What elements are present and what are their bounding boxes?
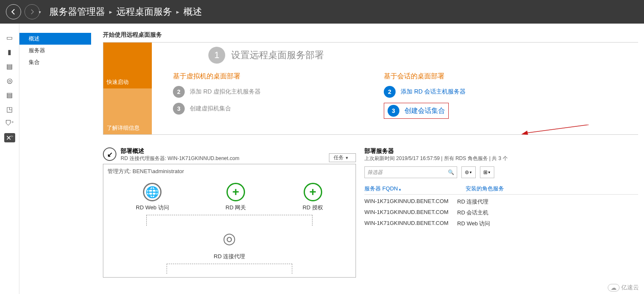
- big-step: 1 设置远程桌面服务部署: [173, 47, 638, 64]
- node-rd-web[interactable]: 🌐 RD Web 访问: [136, 183, 169, 211]
- plus-icon: +: [304, 183, 322, 201]
- node-label: RD Web 访问: [136, 204, 169, 211]
- breadcrumb-section[interactable]: 远程桌面服务: [116, 5, 172, 18]
- iis-icon[interactable]: ◳: [4, 104, 15, 114]
- step-number-icon: 2: [173, 86, 185, 98]
- dashboard-icon[interactable]: ▭: [4, 33, 15, 42]
- title-bar: ▾ 服务器管理器 ▸ 远程桌面服务 ▸ 概述: [0, 0, 644, 24]
- step-number-icon: 2: [384, 86, 396, 98]
- connector-line: [146, 215, 313, 226]
- all-servers-icon[interactable]: ▤: [4, 61, 15, 71]
- node-label: RD 授权: [302, 204, 323, 211]
- main-content: 开始使用远程桌面服务 快速启动 了解详细信息 1 设置远程桌面服务部署 基于虚拟…: [91, 24, 644, 294]
- table-row[interactable]: WIN-1K71GKINNUD.BENET.COM RD Web 访问: [364, 220, 638, 227]
- step-number-icon: 3: [173, 103, 185, 115]
- connector-line: [167, 264, 292, 274]
- panel-subtitle: RD 连接代理服务器: WIN-1K71GKINNUD.benet.com: [121, 155, 239, 162]
- step-number-icon: 3: [388, 105, 399, 117]
- chevron-right-icon: ▸: [176, 8, 179, 15]
- chevron-right-icon: ▸: [109, 8, 112, 15]
- col-fqdn[interactable]: 服务器 FQDN: [364, 185, 440, 192]
- node-rd-licensing[interactable]: + RD 授权: [302, 183, 323, 211]
- quickstart-hero: 快速启动 了解详细信息 1 设置远程桌面服务部署 基于虚拟机的桌面部署 2 添加…: [103, 42, 638, 135]
- local-server-icon[interactable]: ▮: [4, 47, 15, 56]
- step-label: 添加 RD 虚拟化主机服务器: [190, 88, 261, 96]
- step-label[interactable]: 添加 RD 会话主机服务器: [401, 88, 466, 96]
- step-add-session-host[interactable]: 2 添加 RD 会话主机服务器: [384, 86, 578, 98]
- annotation-arrow-icon: [521, 125, 589, 137]
- session-desktop-column: 基于会话的桌面部署 2 添加 RD 会话主机服务器 3 创建会话集合: [384, 72, 578, 120]
- table-header: 服务器 FQDN 安装的角色服务: [364, 185, 638, 195]
- step-create-vm-collection: 3 创建虚拟机集合: [173, 103, 367, 115]
- sidebar-item-overview[interactable]: 概述: [19, 33, 91, 45]
- cloud-icon: ☁: [608, 284, 620, 291]
- managed-by-label: 管理方式: BENET\administrator: [108, 168, 351, 175]
- panel-title: 部署服务器: [364, 147, 638, 155]
- tile-learn-more[interactable]: 了解详细信息: [103, 88, 152, 134]
- tile-quickstart[interactable]: 快速启动: [103, 43, 152, 88]
- table-row[interactable]: WIN-1K71GKINNUD.BENET.COM RD 连接代理: [364, 198, 638, 206]
- node-rd-gateway[interactable]: + RD 网关: [226, 183, 246, 211]
- deployment-diagram: 管理方式: BENET\administrator 🌐 RD Web 访问 + …: [103, 164, 356, 278]
- nav-history-dropdown-icon[interactable]: ▾: [39, 10, 41, 14]
- step-create-session-collection[interactable]: 3 创建会话集合: [384, 103, 449, 119]
- breadcrumb: 服务器管理器 ▸ 远程桌面服务 ▸ 概述: [49, 5, 202, 18]
- step-label[interactable]: 创建会话集合: [404, 107, 445, 115]
- step-label: 创建虚拟机集合: [190, 105, 231, 112]
- broker-icon: ◎: [218, 227, 241, 250]
- node-label: RD 网关: [226, 204, 246, 211]
- step-number-1: 1: [208, 47, 225, 64]
- sidebar-item-servers[interactable]: 服务器: [19, 45, 91, 56]
- nav-back-button[interactable]: [6, 4, 21, 19]
- hero-tiles: 快速启动 了解详细信息: [103, 43, 152, 134]
- svg-line-0: [525, 125, 589, 133]
- sidebar-item-collections[interactable]: 集合: [19, 56, 91, 68]
- svg-marker-1: [521, 131, 528, 135]
- node-rd-connection-broker[interactable]: ◎ RD 连接代理: [214, 227, 245, 260]
- view-options-button[interactable]: ⊜ ▼: [461, 166, 476, 178]
- deployment-servers-panel: 部署服务器 上次刷新时间 2019/5/17 16:57:59 | 所有 RDS…: [364, 147, 638, 278]
- panel-title: 部署概述: [121, 147, 239, 155]
- step-add-vm-host: 2 添加 RD 虚拟化主机服务器: [173, 86, 367, 98]
- file-services-icon[interactable]: ▤: [4, 90, 15, 99]
- save-view-button[interactable]: ⊞ ▼: [480, 166, 494, 178]
- watermark-text: 亿速云: [621, 284, 639, 291]
- sidebar: 概述 服务器 集合: [19, 24, 91, 68]
- placeholder-text: 筛选器: [367, 169, 383, 176]
- deployment-overview-panel: ↙ 部署概述 RD 连接代理服务器: WIN-1K71GKINNUD.benet…: [103, 147, 356, 278]
- vm-desktop-column: 基于虚拟机的桌面部署 2 添加 RD 虚拟化主机服务器 3 创建虚拟机集合: [173, 72, 367, 120]
- session-heading: 基于会话的桌面部署: [384, 72, 578, 81]
- nav-forward-button[interactable]: [24, 4, 40, 19]
- globe-icon: 🌐: [143, 183, 162, 201]
- breadcrumb-page[interactable]: 概述: [183, 5, 202, 18]
- vm-heading: 基于虚拟机的桌面部署: [173, 72, 367, 81]
- search-icon[interactable]: 🔍: [448, 169, 454, 175]
- rail-group-icon[interactable]: ⛉ ▹: [4, 119, 15, 128]
- panel-subtitle: 上次刷新时间 2019/5/17 16:57:59 | 所有 RDS 角色服务 …: [364, 155, 638, 162]
- breadcrumb-root[interactable]: 服务器管理器: [49, 5, 105, 18]
- watermark: ☁ 亿速云: [608, 284, 639, 291]
- rds-rail-icon[interactable]: ✕ ▹: [4, 133, 15, 142]
- quickstart-title: 开始使用远程桌面服务: [103, 31, 638, 39]
- col-role[interactable]: 安装的角色服务: [466, 185, 504, 192]
- plus-icon: +: [226, 183, 245, 201]
- filter-input[interactable]: 筛选器 🔍: [364, 166, 457, 178]
- collapse-icon[interactable]: ↙: [103, 147, 116, 161]
- certificates-icon[interactable]: ◎: [4, 76, 15, 85]
- tasks-dropdown[interactable]: 任务 ▼: [329, 153, 356, 162]
- icon-rail: ▭ ▮ ▤ ◎ ▤ ◳ ⛉ ▹ ✕ ▹: [0, 24, 19, 294]
- table-row[interactable]: WIN-1K71GKINNUD.BENET.COM RD 会话主机: [364, 209, 638, 216]
- node-label: RD 连接代理: [214, 253, 245, 260]
- big-step-text: 设置远程桌面服务部署: [231, 49, 324, 61]
